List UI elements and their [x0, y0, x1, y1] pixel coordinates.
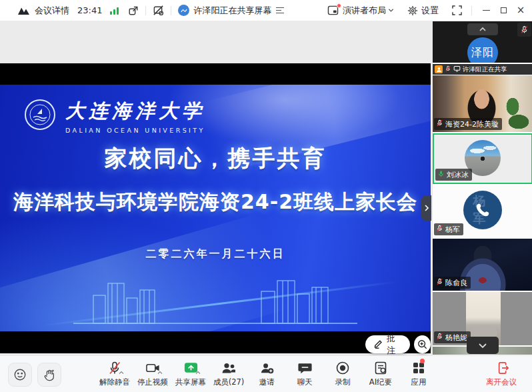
unmute-button[interactable]: 解除静音: [97, 360, 132, 387]
muted-mic-icon: [436, 278, 443, 287]
chat-button[interactable]: 聊天: [287, 360, 322, 387]
fullscreen-icon[interactable]: [452, 5, 462, 15]
invite-button[interactable]: 邀请: [249, 360, 284, 387]
settings-button[interactable]: 设置: [421, 5, 439, 17]
maximize-button[interactable]: [495, 0, 512, 21]
muted-mic-icon: [436, 333, 443, 342]
chevron-up-icon[interactable]: [195, 365, 201, 377]
presenter-icon: [435, 65, 443, 73]
participant-name: 刘冰冰: [447, 170, 469, 180]
sharing-banner: 许泽阳正在共享: [433, 64, 532, 75]
divider: [471, 6, 472, 15]
presentation-slide: 大连海洋大学 DALIAN OCEAN UNIVERSITY 家校同心，携手共育…: [0, 85, 431, 331]
sharing-banner-text: 许泽阳正在共享: [463, 65, 507, 74]
apps-button[interactable]: 应用: [401, 360, 436, 387]
ai-notes-button[interactable]: AI纪要: [363, 360, 398, 387]
record-button[interactable]: 录制: [325, 360, 360, 387]
participant-tile-video[interactable]: 海资24-2陈美璇: [433, 75, 532, 132]
shared-screen-area: 大连海洋大学 DALIAN OCEAN UNIVERSITY 家校同心，携手共育…: [0, 21, 431, 355]
phone-avatar: 杨军: [463, 191, 502, 229]
shared-screen-frame: 大连海洋大学 DALIAN OCEAN UNIVERSITY 家校同心，携手共育…: [0, 63, 431, 353]
layout-icon: [327, 5, 339, 15]
chevron-down-icon[interactable]: [388, 8, 394, 13]
meeting-window: 会议详情 23:41 许泽阳正在共享屏幕: [0, 0, 532, 392]
gear-icon: [407, 5, 418, 16]
meeting-app-logo-icon: [17, 5, 30, 15]
notification-dot: [337, 3, 341, 8]
muted-mic-icon: [517, 23, 531, 37]
participant-name: 杨艳妮: [445, 333, 467, 343]
recording-off-icon[interactable]: [153, 5, 164, 16]
share-screen-button[interactable]: 共享屏幕: [173, 360, 208, 387]
collapse-down-button[interactable]: [467, 337, 499, 354]
participant-tile-zeyang[interactable]: 泽阳: [433, 21, 532, 63]
minimize-button[interactable]: [477, 0, 495, 21]
participants-sidebar: 泽阳: [432, 21, 532, 355]
annotate-button[interactable]: 批注: [365, 335, 410, 353]
banner-muted-mic-icon: [445, 65, 451, 73]
participant-tile-speaking[interactable]: 刘冰冰: [433, 133, 532, 184]
divider: [145, 6, 146, 15]
collapse-up-button[interactable]: [467, 23, 498, 35]
sharing-options-icon[interactable]: [276, 7, 284, 14]
participant-tile-phone[interactable]: 杨军 杨军: [433, 185, 532, 237]
emoji-reaction-button[interactable]: [8, 363, 32, 387]
banner-screen-icon: [453, 65, 461, 73]
slide-date: 二零二六年一月二十六日: [0, 247, 431, 261]
participant-name: 杨军: [445, 225, 460, 235]
bottom-toolbar: 解除静音 停止视频: [0, 355, 532, 392]
muted-mic-icon: [436, 225, 443, 234]
chevron-up-icon[interactable]: [119, 365, 124, 377]
university-name-cn: 大连海洋大学: [65, 98, 205, 125]
raise-hand-button[interactable]: [37, 363, 61, 387]
chevron-up-icon[interactable]: [157, 365, 163, 377]
participant-name: 海资24-2陈美璇: [445, 119, 499, 129]
university-logo-block: 大连海洋大学 DALIAN OCEAN UNIVERSITY: [24, 98, 205, 134]
leave-meeting-button[interactable]: 离开会议: [477, 360, 525, 387]
sidebar-collapse-handle[interactable]: [421, 195, 431, 221]
notification-dot: [420, 359, 425, 363]
participant-tile-video[interactable]: 陈俞良: [433, 239, 532, 291]
floating-window-icon[interactable]: [128, 5, 139, 16]
slide-subtitle: 海洋科技与环境学院海资24-2班线上家长会: [0, 189, 431, 216]
avatar: 泽阳: [467, 37, 498, 63]
slide-title: 家校同心，携手共育: [0, 143, 431, 174]
pen-icon: [373, 339, 383, 351]
network-signal-icon: [110, 7, 119, 15]
campus-buildings-illustration: [0, 273, 431, 329]
close-button[interactable]: ×: [512, 0, 529, 21]
participant-name: 陈俞良: [445, 278, 467, 288]
top-bar: 会议详情 23:41 许泽阳正在共享屏幕: [0, 0, 532, 21]
active-mic-icon: [437, 170, 445, 179]
members-button[interactable]: 成员(27): [211, 360, 246, 387]
layout-selector[interactable]: 演讲者布局: [343, 5, 386, 17]
sharing-status-text: 许泽阳正在共享屏幕: [193, 5, 271, 17]
university-name-en: DALIAN OCEAN UNIVERSITY: [65, 127, 205, 134]
meeting-timer: 23:41: [77, 5, 102, 15]
muted-mic-icon: [436, 119, 443, 129]
meeting-details-button[interactable]: 会议详情: [35, 5, 69, 17]
divider: [171, 6, 171, 15]
stop-video-button[interactable]: 停止视频: [135, 360, 170, 387]
university-seal-icon: [24, 99, 56, 133]
sharer-avatar: [178, 5, 189, 16]
zoom-in-button[interactable]: [414, 335, 431, 353]
annotate-label: 批注: [387, 333, 402, 357]
